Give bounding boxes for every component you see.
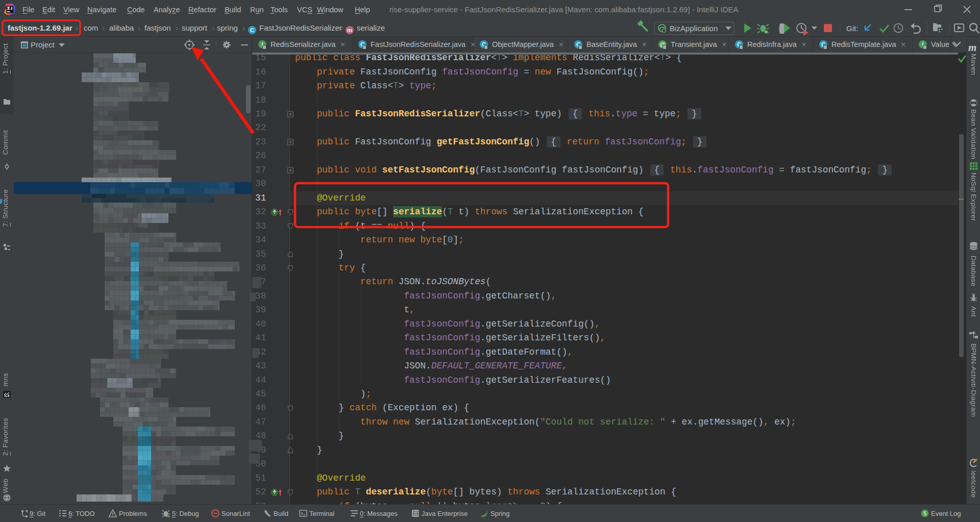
- svg-text:5: 5: [923, 510, 926, 516]
- svg-text:BizApplication: BizApplication: [670, 24, 718, 33]
- svg-text:EE: EE: [413, 511, 420, 516]
- svg-text:Git:: Git:: [846, 24, 858, 33]
